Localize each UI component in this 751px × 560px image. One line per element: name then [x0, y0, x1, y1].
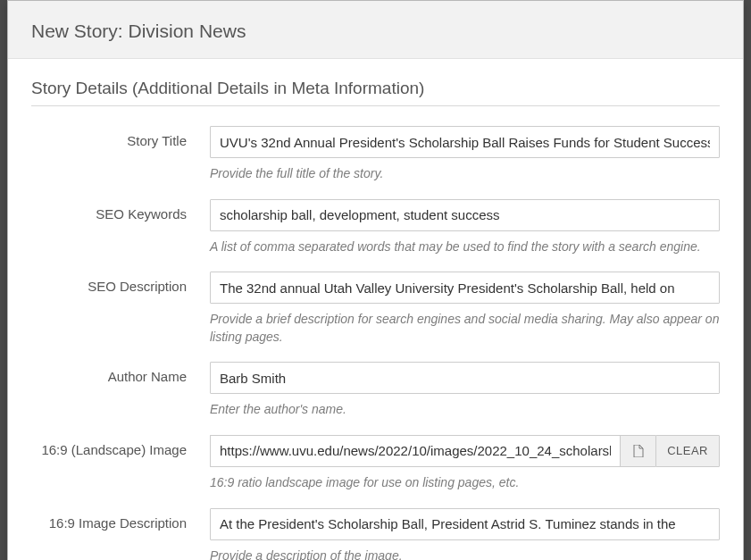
help-image-description: Provide a description of the image. [210, 547, 720, 560]
row-story-title: Story Title Provide the full title of th… [31, 126, 720, 183]
help-landscape-image: 16:9 ratio landscape image for use on li… [210, 474, 720, 492]
row-image-description: 16:9 Image Description Provide a descrip… [31, 508, 720, 560]
label-landscape-image: 16:9 (Landscape) Image [31, 435, 210, 457]
label-image-description: 16:9 Image Description [31, 508, 210, 531]
help-author-name: Enter the author's name. [210, 401, 720, 419]
seo-description-input[interactable] [210, 272, 720, 304]
row-author-name: Author Name Enter the author's name. [31, 362, 720, 419]
file-icon [633, 445, 644, 457]
label-seo-description: SEO Description [31, 272, 210, 294]
modal-title: New Story: Division News [31, 21, 720, 42]
modal-body: Story Details (Additional Details in Met… [8, 59, 743, 560]
seo-keywords-input[interactable] [210, 199, 720, 231]
new-story-modal: New Story: Division News Story Details (… [7, 0, 744, 560]
label-author-name: Author Name [31, 362, 210, 384]
row-seo-description: SEO Description Provide a brief descript… [31, 272, 720, 346]
browse-file-button[interactable] [620, 435, 655, 467]
help-seo-description: Provide a brief description for search e… [210, 311, 720, 346]
label-story-title: Story Title [31, 126, 210, 148]
clear-image-button[interactable]: CLEAR [655, 435, 720, 467]
label-seo-keywords: SEO Keywords [31, 199, 210, 221]
row-seo-keywords: SEO Keywords A list of comma separated w… [31, 199, 720, 256]
image-description-input[interactable] [210, 508, 720, 540]
help-seo-keywords: A list of comma separated words that may… [210, 238, 720, 256]
author-name-input[interactable] [210, 362, 720, 394]
landscape-image-input[interactable] [210, 435, 620, 467]
modal-header: New Story: Division News [8, 1, 743, 59]
landscape-image-group: CLEAR [210, 435, 720, 467]
help-story-title: Provide the full title of the story. [210, 165, 720, 183]
story-title-input[interactable] [210, 126, 720, 158]
section-title: Story Details (Additional Details in Met… [31, 79, 720, 106]
row-landscape-image: 16:9 (Landscape) Image CLEAR 16:9 ratio … [31, 435, 720, 492]
